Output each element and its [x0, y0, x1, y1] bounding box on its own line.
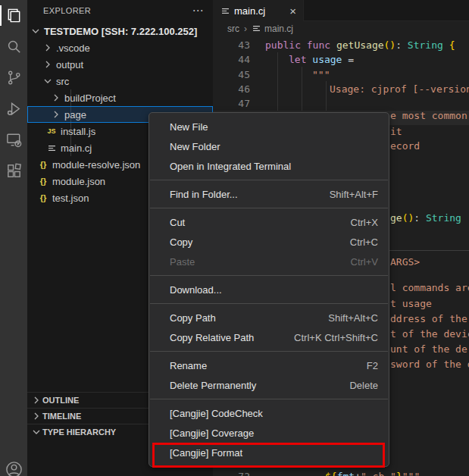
menu-item-copy[interactable]: CopyCtrl+C [149, 232, 389, 252]
activity-bar [0, 0, 27, 476]
indent-guide [302, 67, 302, 111]
menu-item-label: Copy [170, 236, 192, 248]
activity-remote-explorer[interactable] [0, 124, 27, 155]
code-fragment: it [390, 124, 402, 139]
chevron-right-icon [50, 92, 62, 104]
chevron-right-icon [30, 410, 42, 422]
chevron-right-icon [50, 108, 62, 121]
menu-shortcut: Delete [349, 380, 378, 391]
code-fragment: unt of the de [390, 342, 467, 356]
line-number: 45 [213, 67, 250, 82]
menu-item-download[interactable]: Download... [149, 280, 389, 299]
menu-separator [150, 208, 388, 208]
tree-item-label: TESTDEMO [SSH: 7.222.100.252] [44, 26, 197, 37]
activity-extensions[interactable] [0, 155, 27, 186]
json-file-icon: {} [36, 192, 50, 204]
tab-main-cj[interactable]: main.cj × [213, 0, 304, 21]
menu-item-label: Delete Permanently [170, 380, 256, 391]
more-actions-button[interactable]: ⋯ [192, 7, 204, 14]
menu-item-cangjie-codecheck[interactable]: [Cangjie] CodeCheck [149, 403, 389, 423]
menu-shortcut: Ctrl+X [351, 217, 378, 228]
sidebar-header: EXPLORER ⋯ [27, 0, 213, 20]
json-file-icon: {} [36, 158, 50, 171]
code-line: Usage: cjprof [--version [330, 82, 469, 96]
tree-item-label: install.js [61, 126, 95, 137]
tab-label: main.cj [234, 5, 265, 17]
tree-item-label: module.json [52, 176, 105, 187]
activity-run-debug[interactable] [0, 93, 27, 124]
menu-item-label: [Cangjie] CodeCheck [170, 408, 263, 419]
tree-item-label: module-resolve.json [52, 159, 140, 171]
code-fragment: t usage [390, 296, 432, 311]
tree-item-label: buildProject [64, 92, 116, 104]
cj-file-icon [220, 6, 230, 16]
search-icon [5, 38, 23, 55]
menu-separator [150, 303, 388, 304]
tree-item-vscode[interactable]: .vscode [27, 39, 213, 56]
tree-item-output[interactable]: output [27, 56, 213, 73]
menu-separator [150, 180, 388, 180]
activity-search[interactable] [0, 31, 27, 62]
close-icon[interactable]: × [289, 5, 296, 17]
chevron-right-icon [42, 58, 54, 70]
menu-shortcut: Ctrl+V [351, 256, 378, 268]
menu-item-copy-relative-path[interactable]: Copy Relative PathCtrl+K Ctrl+Shift+C [149, 327, 389, 347]
activity-explorer[interactable] [0, 0, 27, 31]
menu-item-cut[interactable]: CutCtrl+X [149, 212, 389, 232]
context-menu: New FileNew FolderOpen in Integrated Ter… [149, 112, 389, 467]
menu-shortcut: Ctrl+C [350, 236, 378, 248]
line-number: 46 [213, 82, 250, 96]
code-fragment: t of the devic [390, 327, 469, 341]
menu-item-label: Find in Folder... [170, 189, 238, 200]
menu-item-label: Paste [170, 256, 195, 268]
breadcrumb-item-src[interactable]: src [227, 23, 239, 34]
breadcrumb-separator: › [244, 23, 247, 34]
account-icon [5, 460, 23, 476]
files-icon [5, 7, 23, 24]
panel-label: OUTLINE [42, 396, 79, 405]
menu-item-copy-path[interactable]: Copy PathShift+Alt+C [149, 308, 389, 327]
cj-file-icon [252, 23, 261, 33]
menu-item-label: Open in Integrated Terminal [170, 161, 291, 172]
tree-item-src[interactable]: src [27, 73, 213, 89]
code-fragment: l commands are [390, 280, 469, 295]
run-debug-icon [5, 100, 23, 117]
tree-item-label: test.json [52, 193, 89, 204]
menu-item-label: New File [170, 121, 208, 133]
menu-shortcut: F2 [367, 360, 378, 371]
code-fragment: sword of the d [390, 357, 469, 371]
menu-item-new-folder[interactable]: New Folder [149, 136, 389, 156]
code-fragment: ARGS> [390, 255, 420, 269]
menu-item-open-in-integrated-terminal[interactable]: Open in Integrated Terminal [149, 156, 389, 176]
code-fragment: ecord [390, 139, 420, 153]
menu-separator [150, 351, 388, 352]
tree-item-label: page [64, 109, 86, 121]
line-number: 47 [213, 96, 250, 111]
menu-item-cangjie-coverage[interactable]: [Cangjie] Coverage [149, 423, 389, 443]
menu-shortcut: Shift+Alt+C [328, 312, 378, 324]
breadcrumb-item-main-cj[interactable]: main.cj [264, 23, 293, 34]
tree-item-buildproject[interactable]: buildProject [27, 89, 213, 106]
menu-item-rename[interactable]: RenameF2 [149, 355, 389, 375]
menu-shortcut: Ctrl+K Ctrl+Shift+C [294, 332, 378, 343]
sidebar-title: EXPLORER [43, 6, 91, 15]
activity-account[interactable] [0, 454, 27, 476]
menu-item-find-in-folder[interactable]: Find in Folder...Shift+Alt+F [149, 184, 389, 204]
vscode-window: 43public func getUsage(): String {44let … [0, 0, 469, 476]
code-line: ${fmt+" cb="}""" [325, 469, 420, 476]
menu-item-delete-permanently[interactable]: Delete PermanentlyDelete [149, 375, 389, 395]
json-file-icon: {} [36, 175, 50, 187]
activity-source-control[interactable] [0, 62, 27, 93]
tree-item-label: .vscode [56, 42, 90, 54]
extensions-icon [5, 162, 23, 180]
tree-item-testdemo-ssh-7-222-100-252[interactable]: TESTDEMO [SSH: 7.222.100.252] [27, 23, 213, 39]
menu-item-label: [Cangjie] Coverage [170, 427, 254, 439]
js-file-icon: JS [45, 125, 58, 137]
tab-bar: main.cj × [213, 0, 469, 21]
code-line: let usage = [289, 52, 354, 67]
chevron-right-icon [30, 394, 42, 406]
menu-item-new-file[interactable]: New File [149, 117, 389, 136]
code-fragment: ge(): String [390, 211, 461, 225]
selection-highlight-rule [389, 250, 469, 251]
source-control-icon [5, 69, 23, 86]
